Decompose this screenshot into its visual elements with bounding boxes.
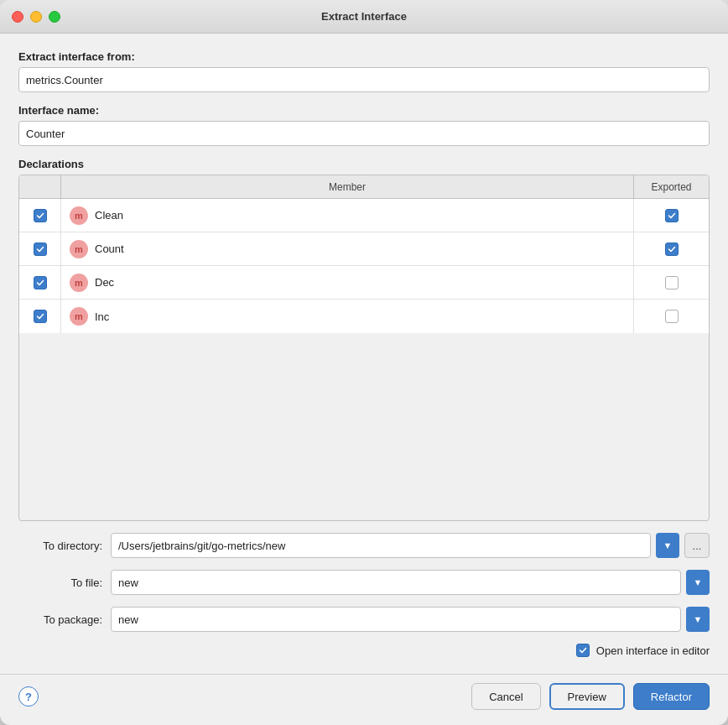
method-badge-Count: m — [70, 240, 88, 258]
exported-checkbox-Dec[interactable] — [665, 276, 679, 289]
col-member-header: Member — [61, 181, 633, 193]
chevron-down-icon: ▼ — [694, 577, 703, 587]
checkbox-Count[interactable] — [34, 243, 47, 256]
checkbox-Inc[interactable] — [34, 310, 47, 323]
to-file-dropdown[interactable]: new — [111, 570, 681, 595]
row-member-Dec: m Dec — [61, 274, 633, 292]
bottom-row: ? Cancel Preview Refactor — [0, 675, 728, 725]
minimize-button[interactable] — [30, 11, 42, 23]
extract-from-group: Extract interface from: — [18, 50, 710, 92]
col-check-header — [19, 175, 61, 198]
open-interface-checkbox[interactable] — [576, 644, 590, 657]
chevron-down-icon: ▼ — [694, 614, 703, 624]
to-package-dropdown[interactable]: new — [111, 607, 681, 632]
dialog-content: Extract interface from: Interface name: … — [0, 34, 728, 674]
declarations-label: Declarations — [18, 158, 710, 170]
chevron-down-icon: ▼ — [663, 540, 673, 550]
row-check-Clean[interactable] — [19, 199, 61, 232]
row-member-Inc: m Inc — [61, 307, 633, 326]
browse-label: ... — [693, 540, 702, 552]
to-directory-row: To directory: /Users/jetbrains/git/go-me… — [18, 533, 710, 558]
exported-checkbox-Clean[interactable] — [665, 209, 679, 222]
extract-from-input[interactable] — [18, 67, 710, 92]
interface-name-group: Interface name: — [18, 104, 710, 146]
table-row: m Dec — [19, 266, 709, 300]
extract-from-label: Extract interface from: — [18, 50, 710, 63]
row-member-Count: m Count — [61, 240, 633, 258]
member-name-Clean: Clean — [95, 209, 123, 222]
to-file-value: new — [118, 576, 138, 589]
to-package-arrow[interactable]: ▼ — [686, 607, 710, 632]
interface-name-input[interactable] — [18, 121, 710, 146]
to-file-arrow[interactable]: ▼ — [686, 570, 710, 595]
to-directory-value: /Users/jetbrains/git/go-metrics/new — [118, 540, 285, 552]
to-directory-label: To directory: — [18, 540, 102, 552]
title-bar: Extract Interface — [0, 0, 728, 34]
declarations-section: Declarations Member Exported — [18, 158, 710, 521]
to-directory-arrow[interactable]: ▼ — [656, 533, 679, 558]
action-buttons: Cancel Preview Refactor — [471, 683, 710, 710]
row-check-Inc[interactable] — [19, 300, 61, 333]
to-file-label: To file: — [18, 576, 102, 589]
to-package-label: To package: — [18, 613, 102, 626]
open-interface-label: Open interface in editor — [596, 644, 710, 657]
close-button[interactable] — [12, 11, 23, 23]
traffic-lights — [12, 11, 60, 23]
interface-name-label: Interface name: — [18, 104, 710, 117]
to-package-wrap: new ▼ — [111, 607, 710, 632]
table-row: m Count — [19, 232, 709, 266]
member-name-Inc: Inc — [95, 310, 109, 323]
help-icon: ? — [25, 691, 32, 703]
exported-checkbox-Count[interactable] — [665, 243, 679, 256]
row-check-Count[interactable] — [19, 232, 61, 265]
row-exported-Clean[interactable] — [633, 199, 709, 232]
help-button[interactable]: ? — [18, 686, 39, 707]
to-file-wrap: new ▼ — [111, 570, 710, 595]
table-row: m Clean — [19, 199, 709, 232]
row-exported-Count[interactable] — [633, 232, 709, 265]
extract-interface-dialog: Extract Interface Extract interface from… — [0, 0, 728, 725]
method-badge-Dec: m — [70, 274, 88, 292]
member-name-Count: Count — [95, 243, 124, 255]
checkbox-Dec[interactable] — [34, 276, 47, 289]
open-interface-row: Open interface in editor — [18, 644, 710, 657]
to-package-row: To package: new ▼ — [18, 607, 710, 632]
to-directory-wrap: /Users/jetbrains/git/go-metrics/new ▼ ..… — [111, 533, 710, 558]
to-package-value: new — [118, 613, 138, 626]
table-row: m Inc — [19, 300, 709, 333]
to-directory-dropdown[interactable]: /Users/jetbrains/git/go-metrics/new — [111, 533, 651, 558]
member-name-Dec: Dec — [95, 276, 114, 289]
declarations-table: Member Exported m Clean — [18, 175, 710, 521]
preview-button[interactable]: Preview — [549, 683, 625, 710]
to-file-row: To file: new ▼ — [18, 570, 710, 595]
row-exported-Dec[interactable] — [633, 266, 709, 299]
method-badge-Inc: m — [70, 307, 88, 326]
refactor-button[interactable]: Refactor — [633, 683, 710, 710]
checkbox-Clean[interactable] — [34, 209, 47, 222]
table-body: m Clean — [19, 199, 709, 520]
window-title: Extract Interface — [321, 10, 407, 23]
row-member-Clean: m Clean — [61, 206, 633, 225]
table-header: Member Exported — [19, 175, 709, 199]
method-badge-Clean: m — [70, 206, 88, 225]
exported-checkbox-Inc[interactable] — [665, 310, 679, 323]
col-exported-header: Exported — [633, 175, 709, 198]
cancel-button[interactable]: Cancel — [471, 683, 540, 710]
browse-button[interactable]: ... — [684, 533, 710, 558]
row-check-Dec[interactable] — [19, 266, 61, 299]
maximize-button[interactable] — [49, 11, 60, 23]
row-exported-Inc[interactable] — [633, 300, 709, 333]
